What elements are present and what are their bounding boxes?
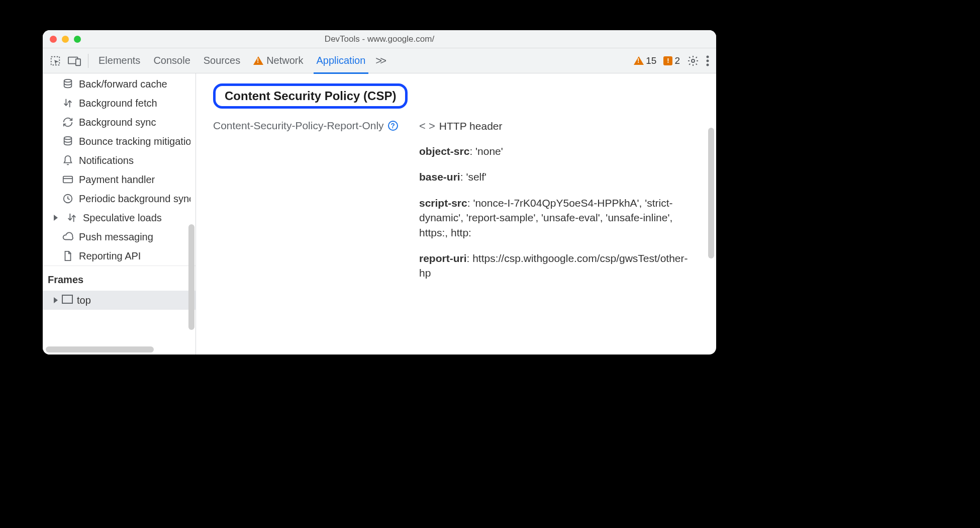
toggle-device-toolbar-icon[interactable] <box>68 55 81 66</box>
settings-gear-icon[interactable] <box>687 55 699 67</box>
card-icon <box>62 173 74 186</box>
csp-directive-value: 'none' <box>475 145 503 157</box>
tab-console[interactable]: Console <box>150 52 193 69</box>
application-sidebar: Back/forward cacheBackground fetchBackgr… <box>43 73 196 355</box>
frame-top-row[interactable]: top <box>43 291 195 310</box>
titlebar: DevTools - www.google.com/ <box>43 30 716 48</box>
sidebar-item[interactable]: Notifications <box>43 151 195 170</box>
csp-directive: base-uri: 'self' <box>419 169 699 184</box>
svg-point-8 <box>64 137 72 140</box>
tab-sources[interactable]: Sources <box>201 52 243 69</box>
sidebar-item-label: Back/forward cache <box>79 78 167 90</box>
database-icon <box>62 78 74 90</box>
sidebar-item[interactable]: Background sync <box>43 113 195 132</box>
sidebar-item-label: Background sync <box>79 117 156 128</box>
issues-count: 2 <box>674 55 680 66</box>
issue-icon: ! <box>663 56 672 65</box>
csp-source-line: < > HTTP header <box>419 120 699 133</box>
sidebar-item-label: Periodic background sync <box>79 193 190 205</box>
svg-point-5 <box>707 59 709 62</box>
sidebar-vertical-scrollbar[interactable] <box>188 224 194 330</box>
window-title: DevTools - www.google.com/ <box>43 34 716 44</box>
chevron-right-icon <box>54 297 58 303</box>
sidebar-item-label: Push messaging <box>79 231 153 243</box>
sidebar-item[interactable]: Back/forward cache <box>43 74 195 94</box>
cloud-icon <box>62 231 74 243</box>
bgfetch-icon <box>62 97 74 109</box>
sidebar-item[interactable]: Payment handler <box>43 170 195 189</box>
devtools-window: DevTools - www.google.com/ Elements Cons… <box>43 30 716 355</box>
csp-policy-name-cell: Content-Security-Policy-Report-Only ? <box>213 120 408 132</box>
sidebar-item[interactable]: Reporting API <box>43 246 195 266</box>
csp-policy-details: < > HTTP header object-src: 'none'base-u… <box>419 120 699 292</box>
warnings-badge[interactable]: 15 <box>634 55 656 66</box>
chevron-right-icon <box>54 215 58 221</box>
sidebar-item[interactable]: Periodic background sync <box>43 189 195 208</box>
svg-point-3 <box>692 59 695 62</box>
sidebar-item[interactable]: Speculative loads <box>43 208 195 227</box>
svg-point-7 <box>64 79 72 82</box>
bell-icon <box>62 154 74 166</box>
close-window-button[interactable] <box>50 36 57 43</box>
tabstrip-separator <box>88 54 88 68</box>
sidebar-horizontal-scrollbar[interactable] <box>46 346 154 353</box>
tab-application[interactable]: Application <box>314 52 369 69</box>
help-icon[interactable]: ? <box>388 121 398 131</box>
csp-policy-name: Content-Security-Policy-Report-Only <box>213 120 384 132</box>
content-vertical-scrollbar[interactable] <box>708 128 714 258</box>
csp-directive-value: 'self' <box>466 171 486 183</box>
csp-directive-name: script-src <box>419 197 467 209</box>
sync-icon <box>62 116 74 128</box>
csp-directive: script-src: 'nonce-I-7rK04QpY5oeS4-HPPkh… <box>419 196 699 240</box>
svg-point-4 <box>707 55 709 58</box>
svg-rect-11 <box>62 295 72 303</box>
sidebar-item-label: Speculative loads <box>83 212 162 224</box>
devtools-tabstrip: Elements Console Sources Network Applica… <box>43 48 716 73</box>
minimize-window-button[interactable] <box>62 36 69 43</box>
sidebar-item[interactable]: Push messaging <box>43 227 195 246</box>
sidebar-item-label: Bounce tracking mitigations <box>79 136 190 147</box>
file-icon <box>62 250 74 262</box>
tab-network-label: Network <box>266 55 303 66</box>
csp-panel: Content Security Policy (CSP) Content-Se… <box>196 73 716 355</box>
sidebar-item-label: Reporting API <box>79 250 141 262</box>
code-brackets-icon: < > <box>419 120 435 133</box>
csp-policy-row: Content-Security-Policy-Report-Only ? < … <box>213 120 699 292</box>
csp-directive: object-src: 'none' <box>419 144 699 158</box>
csp-directive: report-uri: https://csp.withgoogle.com/c… <box>419 251 699 281</box>
svg-rect-2 <box>76 59 80 65</box>
sidebar-item[interactable]: Background fetch <box>43 94 195 113</box>
bgfetch-icon <box>66 212 78 224</box>
csp-source-label: HTTP header <box>439 120 503 132</box>
inspect-element-icon[interactable] <box>50 55 61 66</box>
svg-point-6 <box>707 63 709 66</box>
warnings-count: 15 <box>646 55 656 66</box>
clock-icon <box>62 193 74 205</box>
sidebar-item-label: Notifications <box>79 155 134 166</box>
frames-section-header: Frames <box>43 266 195 291</box>
tab-elements[interactable]: Elements <box>95 52 143 69</box>
sidebar-item-label: Background fetch <box>79 98 157 109</box>
window-controls <box>50 36 81 43</box>
csp-heading: Content Security Policy (CSP) <box>213 83 408 109</box>
svg-rect-9 <box>63 177 72 183</box>
kebab-menu-icon[interactable] <box>706 55 709 66</box>
sidebar-item[interactable]: Bounce tracking mitigations <box>43 132 195 151</box>
issues-badge[interactable]: ! 2 <box>663 55 680 66</box>
devtools-body: Back/forward cacheBackground fetchBackgr… <box>43 73 716 355</box>
frame-top-label: top <box>77 295 91 306</box>
csp-directive-name: base-uri <box>419 171 460 183</box>
csp-directive-name: object-src <box>419 145 469 157</box>
zoom-window-button[interactable] <box>74 36 81 43</box>
csp-directive-name: report-uri <box>419 252 467 264</box>
more-tabs-icon[interactable]: >> <box>375 54 384 67</box>
database-icon <box>62 135 74 147</box>
warning-icon <box>634 56 644 65</box>
sidebar-list: Back/forward cacheBackground fetchBackgr… <box>43 73 195 266</box>
warning-icon <box>253 56 263 65</box>
frame-icon <box>62 295 73 306</box>
tab-network[interactable]: Network <box>250 52 306 69</box>
sidebar-item-label: Payment handler <box>79 174 155 186</box>
